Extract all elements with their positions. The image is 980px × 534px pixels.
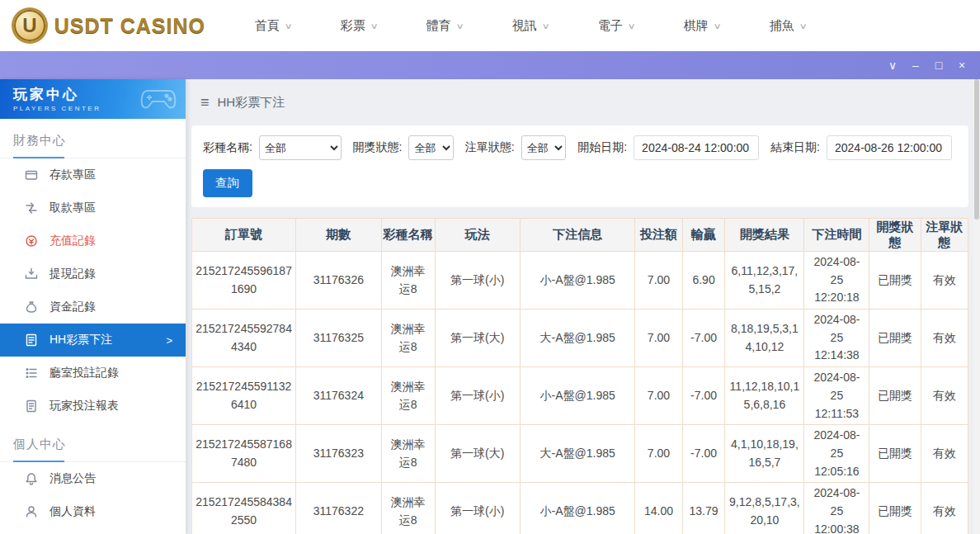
table-cell: 有效	[921, 252, 968, 310]
table-cell: 大-A盤@1.985	[521, 425, 635, 483]
room-records-icon	[25, 366, 38, 380]
sidebar-item-label: 個人資料	[49, 504, 96, 519]
chevron-down-icon: ∨	[284, 21, 292, 31]
table-cell: 第一球(小)	[435, 367, 521, 425]
section-title: 財務中心	[0, 119, 186, 158]
table-cell: 7.00	[635, 310, 682, 367]
table-cell: 有效	[921, 483, 968, 534]
table-cell: 4,1,10,18,19,16,5,7	[725, 425, 804, 483]
sidebar-item-bell[interactable]: 消息公告	[0, 462, 186, 495]
table-cell: 2024-08-25 12:20:18	[804, 252, 869, 310]
table-cell: 31176322	[296, 483, 382, 534]
table-cell: 已開獎	[869, 483, 921, 534]
column-header: 下注時間	[804, 219, 869, 252]
nav-item-3[interactable]: 視訊∨	[488, 0, 573, 51]
draw-status-select[interactable]: 全部	[408, 135, 453, 160]
column-header: 彩種名稱	[381, 219, 435, 252]
column-header: 玩法	[435, 219, 521, 252]
content-area: 玩家中心 PLAYERS CENTER 財務中心存款專區取款專區充值記錄提現記錄…	[0, 79, 980, 534]
order-status-select[interactable]: 全部	[521, 135, 566, 160]
sidebar-item-lottery-bets[interactable]: HH彩票下注>	[0, 324, 186, 357]
table-row: 215217245587168748031176323澳洲幸运8第一球(大)大-…	[192, 425, 968, 483]
table-cell: 澳洲幸运8	[381, 367, 435, 425]
column-header: 期數	[296, 219, 382, 252]
table-cell: 小-A盤@1.985	[521, 367, 635, 425]
sidebar-item-room-records[interactable]: 廳室投註記錄	[0, 357, 186, 390]
table-body: 215217245596187169031176326澳洲幸运8第一球(小)小-…	[192, 252, 968, 534]
lottery-select[interactable]: 全部	[259, 135, 342, 160]
nav-item-label: 首頁	[255, 18, 280, 34]
nav-item-5[interactable]: 棋牌∨	[659, 0, 745, 51]
column-header: 注單狀態	[921, 219, 968, 252]
sidebar-item-recharge[interactable]: 充值記錄	[0, 224, 186, 258]
chevron-down-icon: ∨	[370, 21, 378, 31]
main-panel: ≡ HH彩票下注 彩種名稱: 全部 開獎狀態: 全部 注單狀態: 全部 開始日期…	[186, 79, 980, 534]
start-date-input[interactable]	[634, 135, 759, 160]
bell-icon	[25, 472, 38, 485]
chevron-down-icon: ∨	[799, 21, 807, 31]
nav-item-label: 視訊	[512, 18, 537, 34]
table-cell: 7.00	[635, 252, 682, 310]
vertical-scrollbar[interactable]	[973, 79, 980, 534]
table-cell: 2152172455927844340	[192, 310, 296, 367]
page-title: HH彩票下注	[218, 95, 285, 111]
table-cell: 已開獎	[869, 310, 921, 367]
order-status-filter-label: 注單狀態:	[465, 140, 515, 155]
table-cell: 已開獎	[869, 367, 921, 425]
close-icon[interactable]: ×	[950, 51, 973, 79]
nav-item-2[interactable]: 體育∨	[402, 0, 488, 51]
collapse-icon[interactable]: ∨	[881, 51, 904, 79]
table-cell: 2024-08-25 12:05:16	[804, 425, 869, 483]
sidebar-item-funds[interactable]: 資金記錄	[0, 291, 186, 324]
nav-item-4[interactable]: 電子∨	[573, 0, 659, 51]
table-cell: 9,12,8,5,17,3,20,10	[725, 483, 804, 534]
table-cell: 6,11,12,3,17,5,15,2	[725, 252, 804, 310]
table-cell: 澳洲幸运8	[381, 310, 435, 367]
sidebar-item-label: 消息公告	[49, 471, 96, 486]
logo[interactable]: U USDT CASINO	[12, 7, 205, 44]
sidebar-menu: 財務中心存款專區取款專區充值記錄提現記錄資金記錄HH彩票下注>廳室投註記錄玩家投…	[0, 119, 186, 528]
hamburger-icon[interactable]: ≡	[200, 94, 210, 111]
scrollbar-thumb[interactable]	[974, 79, 979, 220]
table-cell: 14.00	[635, 483, 682, 534]
chevron-down-icon: ∨	[455, 21, 464, 31]
sidebar-item-label: 存款專區	[49, 168, 96, 182]
logo-emblem-icon: U	[12, 7, 48, 44]
sidebar-item-label: 資金記錄	[49, 300, 96, 314]
sidebar-item-label: 玩家投注報表	[49, 399, 119, 413]
logo-monogram: U	[22, 14, 36, 37]
chevron-down-icon: ∨	[627, 21, 635, 31]
sidebar-item-report[interactable]: 玩家投注報表	[0, 390, 186, 423]
sidebar-item-label: 取款專區	[49, 201, 96, 215]
table-cell: 11,12,18,10,15,6,8,16	[725, 367, 804, 425]
table-cell: 31176323	[296, 425, 382, 483]
window-titlebar: ∨ – □ ×	[0, 51, 980, 79]
table-cell: 第一球(大)	[435, 310, 521, 367]
nav-item-0[interactable]: 首頁∨	[230, 0, 316, 51]
table-row: 215217245596187169031176326澳洲幸运8第一球(小)小-…	[192, 252, 968, 310]
nav-item-label: 棋牌	[684, 18, 709, 34]
minimize-icon[interactable]: –	[904, 51, 927, 79]
section-title: 個人中心	[0, 423, 186, 462]
table-cell: 2152172455961871690	[192, 252, 296, 310]
sidebar-item-profile[interactable]: 個人資料	[0, 495, 186, 528]
table-cell: -7.00	[682, 425, 725, 483]
chevron-down-icon: ∨	[713, 21, 721, 31]
sidebar-item-cashout[interactable]: 提現記錄	[0, 258, 186, 291]
table-cell: 大-A盤@1.985	[521, 310, 635, 367]
profile-icon	[25, 505, 38, 518]
maximize-icon[interactable]: □	[927, 51, 950, 79]
table-cell: 澳洲幸运8	[381, 483, 435, 534]
nav-item-1[interactable]: 彩票∨	[316, 0, 402, 51]
table-cell: 2024-08-25 12:11:53	[804, 367, 869, 425]
sidebar-item-withdraw[interactable]: 取款專區	[0, 191, 186, 224]
table-cell: -7.00	[682, 367, 725, 425]
nav-item-6[interactable]: 捕魚∨	[745, 0, 831, 51]
column-header: 投注額	[635, 219, 682, 252]
sidebar-item-deposit[interactable]: 存款專區	[0, 158, 186, 191]
column-header: 下注信息	[521, 219, 635, 252]
chevron-down-icon: ∨	[541, 21, 549, 31]
table-cell: 小-A盤@1.985	[521, 252, 635, 310]
search-button[interactable]: 查詢	[203, 169, 252, 197]
end-date-input[interactable]	[827, 135, 952, 160]
